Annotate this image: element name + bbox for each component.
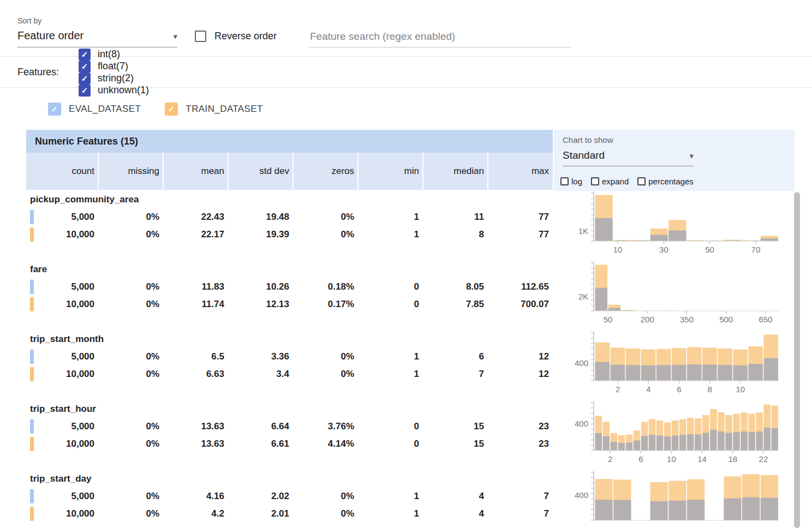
stats-row-train: 10,0000%22.1719.390%1877 xyxy=(26,226,554,243)
stat-mean: 22.43 xyxy=(163,208,228,226)
stat-count: 10,000 xyxy=(26,365,98,383)
stat-mean: 4.16 xyxy=(163,488,228,505)
stat-missing: 0% xyxy=(98,296,163,313)
dropdown-arrow-icon: ▾ xyxy=(173,31,177,42)
stat-zeros: 0.18% xyxy=(292,278,357,296)
column-header-max: max xyxy=(487,153,552,190)
stat-median: 7.85 xyxy=(422,296,487,313)
stat-max: 112.65 xyxy=(487,278,552,296)
stats-row-eval: 5,0000%4.162.020%147 xyxy=(26,488,554,505)
stat-median: 8.05 xyxy=(422,278,487,296)
stat-count: 10,000 xyxy=(26,505,98,523)
checkbox-unchecked-icon[interactable] xyxy=(591,177,599,185)
eval-color-swatch xyxy=(30,280,34,294)
svg-text:400: 400 xyxy=(575,419,588,428)
stat-count: 10,000 xyxy=(26,435,98,453)
stats-row-eval: 5,0000%6.53.360%1612 xyxy=(26,348,554,365)
feature-histogram[interactable]: 1K10305070 xyxy=(554,190,795,261)
stat-mean: 22.17 xyxy=(163,226,228,243)
sort-by-label: Sort by xyxy=(17,16,41,25)
train-color-swatch xyxy=(30,227,34,242)
toggle-label: expand xyxy=(602,177,629,186)
reverse-order-checkbox[interactable]: Reverse order xyxy=(195,31,277,42)
stat-missing: 0% xyxy=(98,226,163,243)
stat-std_dev: 19.39 xyxy=(228,226,292,243)
stat-zeros: 0.17% xyxy=(292,296,357,313)
feature-histogram[interactable]: 2K50200350500650 xyxy=(554,260,795,331)
stat-count: 5,000 xyxy=(26,488,98,505)
checkbox-checked-icon[interactable]: ✓ xyxy=(48,103,61,116)
feature-list: pickup_community_area 5,0000%22.4319.480… xyxy=(26,191,795,528)
stat-std_dev: 2.01 xyxy=(228,505,292,523)
svg-text:2: 2 xyxy=(616,385,620,394)
feature-block: trip_start_hour 5,0000%13.636.643.76%015… xyxy=(26,400,795,470)
feature-histogram[interactable]: 4002610141822 xyxy=(554,399,795,470)
feature-stats-table: trip_start_month 5,0000%6.53.360%1612 10… xyxy=(26,331,554,400)
sort-order-value: Feature order xyxy=(17,29,83,42)
dataset-label: TRAIN_DATASET xyxy=(186,104,263,115)
chart-type-value: Standard xyxy=(563,149,605,161)
checkbox-checked-icon[interactable]: ✓ xyxy=(79,61,91,73)
feature-block: pickup_community_area 5,0000%22.4319.480… xyxy=(26,191,795,261)
stat-std_dev: 10.26 xyxy=(228,278,292,296)
stat-std_dev: 6.61 xyxy=(228,435,292,453)
stats-row-eval: 5,0000%13.636.643.76%01523 xyxy=(26,418,554,435)
stat-min: 1 xyxy=(357,226,422,243)
svg-text:22: 22 xyxy=(759,454,768,464)
stat-missing: 0% xyxy=(98,435,163,453)
table-title: Numeric Features (15) xyxy=(26,130,553,153)
filter-string[interactable]: ✓ string(2) xyxy=(79,73,149,85)
filter-float[interactable]: ✓ float(7) xyxy=(79,61,149,73)
feature-histogram[interactable]: 400246810 xyxy=(554,329,795,400)
svg-text:2K: 2K xyxy=(578,292,588,301)
stat-mean: 11.83 xyxy=(163,278,228,296)
svg-text:14: 14 xyxy=(697,454,707,464)
stat-max: 77 xyxy=(487,208,552,226)
chart-type-dropdown[interactable]: Standard ▾ xyxy=(563,149,694,166)
toggle-expand[interactable]: expand xyxy=(591,177,629,186)
stat-mean: 13.63 xyxy=(163,418,228,435)
checkbox-unchecked-icon[interactable] xyxy=(195,31,206,42)
toggle-percentages[interactable]: percentages xyxy=(637,177,694,186)
chart-to-show-label: Chart to show xyxy=(563,135,613,145)
filter-int[interactable]: ✓ int(8) xyxy=(79,49,149,61)
dataset-toggle-train_dataset[interactable]: ✓ TRAIN_DATASET xyxy=(165,103,263,116)
feature-name: trip_start_month xyxy=(26,331,554,348)
stat-max: 77 xyxy=(487,226,552,243)
stat-missing: 0% xyxy=(98,348,163,365)
feature-stats-table: trip_start_day 5,0000%4.162.020%147 10,0… xyxy=(26,470,554,528)
stat-max: 12 xyxy=(487,365,552,383)
checkbox-checked-icon[interactable]: ✓ xyxy=(165,103,178,116)
svg-text:500: 500 xyxy=(719,315,733,324)
stat-zeros: 0% xyxy=(292,208,357,226)
feature-search-input[interactable] xyxy=(309,27,571,47)
stat-min: 0 xyxy=(357,418,422,435)
checkbox-checked-icon[interactable]: ✓ xyxy=(79,49,91,61)
svg-text:70: 70 xyxy=(751,245,761,254)
stat-std_dev: 19.48 xyxy=(228,208,292,226)
stat-min: 1 xyxy=(357,505,422,523)
stat-count: 10,000 xyxy=(26,226,98,243)
chart-controls-panel: Chart to show Standard ▾ log expand perc… xyxy=(554,130,795,191)
checkbox-unchecked-icon[interactable] xyxy=(560,177,569,185)
checkbox-checked-icon[interactable]: ✓ xyxy=(79,73,91,85)
checkbox-unchecked-icon[interactable] xyxy=(637,177,646,185)
sort-order-dropdown[interactable]: Feature order ▾ xyxy=(17,29,177,47)
toggle-log[interactable]: log xyxy=(560,177,582,186)
stat-median: 4 xyxy=(422,488,487,505)
stat-missing: 0% xyxy=(98,278,163,296)
feature-block: trip_start_month 5,0000%6.53.360%1612 10… xyxy=(26,331,795,400)
stat-zeros: 4.14% xyxy=(292,435,357,453)
stat-missing: 0% xyxy=(98,418,163,435)
vertical-scrollbar[interactable] xyxy=(794,192,800,528)
stat-zeros: 0% xyxy=(292,226,357,243)
dataset-toggle-eval_dataset[interactable]: ✓ EVAL_DATASET xyxy=(48,103,141,116)
table-title-text: Numeric Features (15) xyxy=(35,136,138,147)
feature-histogram[interactable]: 400 xyxy=(554,469,795,528)
column-header-mean: mean xyxy=(163,153,228,190)
feature-type-filter-row: Features: ✓ int(8) ✓ float(7) ✓ string(2… xyxy=(0,57,812,88)
stat-median: 15 xyxy=(422,418,487,435)
column-headers: countmissingmeanstd devzerosminmedianmax xyxy=(26,153,553,190)
eval-color-swatch xyxy=(30,489,34,503)
svg-text:200: 200 xyxy=(641,315,654,324)
